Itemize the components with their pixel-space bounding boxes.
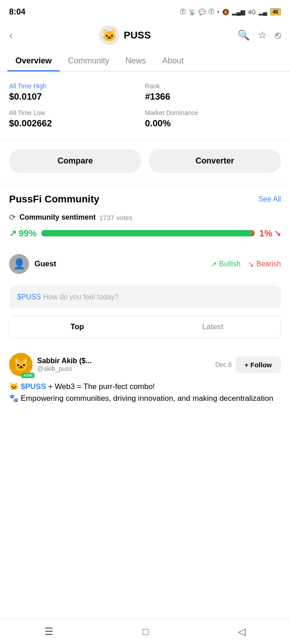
4g-icon: 4G (248, 9, 256, 15)
input-placeholder-text: How do you feel today? (43, 293, 119, 301)
tab-top[interactable]: Top (10, 316, 145, 338)
header: ‹ 🐱 PUSS 🔍 ☆ ⎋ (0, 22, 290, 51)
all-time-low-value: $0.002662 (9, 118, 145, 129)
header-logo: 🐱 (99, 25, 119, 45)
tab-community[interactable]: Community (60, 51, 117, 71)
tab-overview[interactable]: Overview (7, 51, 60, 71)
stat-rank: Rank #1366 (145, 79, 281, 106)
stat-market-dominance: Market Dominance 0.00% (145, 106, 281, 132)
post-user-info: Sabbir Akib ($... @akib_puss (37, 357, 92, 372)
sentiment-progress-fill (41, 230, 252, 236)
ath-badge: ATH! (21, 373, 34, 378)
bullish-label: Bullish (219, 260, 241, 268)
bearish-button[interactable]: ↘ Bearish (248, 260, 281, 269)
header-title: 🐱 PUSS (99, 25, 151, 45)
tab-news[interactable]: News (117, 51, 154, 71)
sentiment-input-field[interactable]: $PUSS How do you feel today? (9, 286, 281, 308)
post-text: 🐱 $PUSS + Web3 = The purr-fect combo! 🐾 … (9, 381, 281, 409)
sentiment-bar-row: ↗ 99% 1% ↘ (9, 228, 281, 239)
market-dominance-label: Market Dominance (145, 109, 281, 116)
bear-pct-value: 1% (259, 228, 272, 239)
search-icon[interactable]: 🔍 (237, 29, 250, 41)
post-date: Dec 6 (215, 361, 232, 368)
signal-bars: ▂▄▆ (232, 9, 245, 15)
sentiment-row: ⟳ Community sentiment 1737 votes (9, 212, 281, 222)
bear-percentage: 1% ↘ (259, 228, 281, 239)
input-ticker: $PUSS (17, 293, 41, 301)
sentiment-label: Community sentiment (19, 213, 96, 221)
signal-bars2: ▂▄ (259, 9, 267, 15)
compare-button[interactable]: Compare (9, 149, 141, 173)
content-area: All Time High $0.0107 Rank #1366 All Tim… (0, 72, 290, 409)
converter-button[interactable]: Converter (149, 149, 281, 173)
status-bar: 8:04 ⓕ 📡 💬 ⓕ • 🔕 ▂▄▆ 4G ▂▄ 45 (0, 0, 290, 22)
tab-about[interactable]: About (154, 51, 192, 71)
see-all-link[interactable]: See All (258, 195, 281, 203)
community-section: PussFi Community See All ⟳ Community sen… (0, 184, 290, 409)
rank-label: Rank (145, 82, 281, 90)
market-dominance-value: 0.00% (145, 118, 281, 129)
guest-user: 👤 Guest (9, 254, 56, 274)
status-time: 8:04 (9, 7, 25, 17)
header-right: 🔍 ☆ ⎋ (237, 29, 281, 41)
battery-indicator: 45 (270, 8, 281, 15)
facebook-icon: ⓕ (180, 8, 186, 16)
stat-all-time-low: All Time Low $0.002662 (9, 106, 145, 132)
all-time-high-label: All Time High (9, 82, 145, 90)
bear-arrow-icon: ↘ (274, 228, 281, 238)
action-buttons: Compare Converter (0, 140, 290, 184)
guest-avatar: 👤 (9, 254, 29, 274)
share-icon[interactable]: ⎋ (275, 29, 281, 41)
stats-grid: All Time High $0.0107 Rank #1366 All Tim… (0, 72, 290, 140)
post-avatar: 🐱 ATH! (9, 353, 33, 376)
header-left: ‹ (9, 29, 13, 42)
follow-button[interactable]: + Follow (236, 356, 281, 373)
bottom-spacer (0, 409, 290, 441)
post-card: 🐱 ATH! Sabbir Akib ($... @akib_puss Dec … (9, 346, 281, 409)
mute-icon: 🔕 (222, 9, 229, 15)
vote-buttons: ↗ Bullish ↘ Bearish (211, 260, 281, 269)
tab-latest[interactable]: Latest (145, 316, 280, 338)
post-header: 🐱 ATH! Sabbir Akib ($... @akib_puss Dec … (9, 353, 281, 376)
bear-btn-arrow: ↘ (248, 260, 254, 269)
rank-value: #1366 (145, 91, 281, 102)
back-button[interactable]: ‹ (9, 29, 13, 42)
sentiment-progress-bar (41, 230, 255, 236)
bull-arrow-icon: ↗ (9, 228, 17, 239)
coin-name: PUSS (124, 29, 151, 41)
community-title: PussFi Community (9, 193, 99, 205)
post-user: 🐱 ATH! Sabbir Akib ($... @akib_puss (9, 353, 92, 376)
facebook2-icon: ⓕ (208, 8, 214, 16)
post-sort-tabs: Top Latest (9, 316, 281, 338)
vote-row: 👤 Guest ↗ Bullish ↘ Bearish (9, 248, 281, 280)
status-icons: ⓕ 📡 💬 ⓕ • 🔕 ▂▄▆ 4G ▂▄ 45 (180, 8, 281, 16)
star-icon[interactable]: ☆ (258, 29, 267, 41)
bullish-button[interactable]: ↗ Bullish (211, 260, 241, 269)
bearish-label: Bearish (256, 260, 281, 268)
post-meta: Dec 6 + Follow (215, 356, 281, 373)
all-time-high-value: $0.0107 (9, 91, 145, 102)
stat-all-time-high: All Time High $0.0107 (9, 79, 145, 106)
signal-icon: 📡 (188, 9, 196, 15)
guest-username: Guest (34, 260, 56, 269)
dot-icon: • (217, 9, 219, 15)
messenger-icon: 💬 (198, 9, 206, 15)
bull-btn-arrow: ↗ (211, 260, 217, 269)
nav-tabs: Overview Community News About (0, 51, 290, 72)
post-handle: @akib_puss (37, 365, 92, 372)
all-time-low-label: All Time Low (9, 109, 145, 116)
bull-percentage: ↗ 99% (9, 228, 37, 239)
community-header: PussFi Community See All (9, 193, 281, 205)
post-ticker: $PUSS (21, 382, 46, 391)
bull-pct-value: 99% (19, 228, 37, 239)
post-username: Sabbir Akib ($... (37, 357, 92, 365)
sentiment-votes: 1737 votes (99, 214, 132, 221)
sentiment-icon: ⟳ (9, 212, 16, 222)
